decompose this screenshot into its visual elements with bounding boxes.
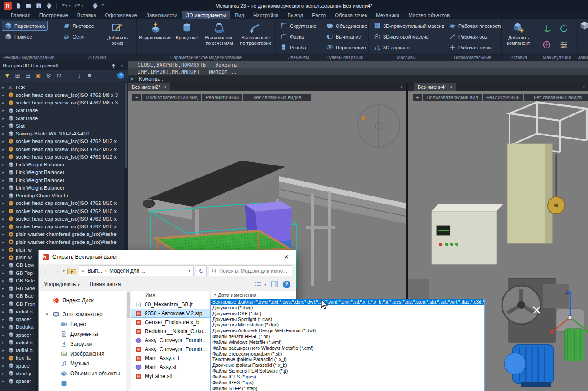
tree-item[interactable]: ▸Link Weight Balancer: [0, 169, 124, 176]
undo-icon[interactable]: [61, 2, 69, 10]
organize-button[interactable]: Упорядочить▾: [44, 281, 79, 287]
file-type-option[interactable]: Документы (*.dwg): [211, 305, 484, 311]
save-file-icon[interactable]: [35, 2, 43, 10]
expand-arrow-icon[interactable]: ▸: [2, 100, 6, 105]
file-row[interactable]: Assy_Conveyor_Foundr...: [131, 345, 211, 354]
expand-arrow-icon[interactable]: ▸: [2, 379, 6, 383]
sidebar-item-3[interactable]: Документы: [39, 329, 126, 339]
file-row[interactable]: Genset_Enclosure.x_b: [131, 318, 211, 327]
direct-mode-button[interactable]: Прямое: [2, 31, 48, 42]
expand-arrow-icon[interactable]: ▸: [2, 340, 6, 345]
union-button[interactable]: Объединение: [323, 21, 369, 31]
dialog-sidebar-scrollbar[interactable]: [126, 291, 131, 391]
expand-arrow-icon[interactable]: ▸: [2, 93, 6, 97]
undo-dropdown-icon[interactable]: ▾: [69, 4, 71, 8]
file-row[interactable]: Reduktor__Nikola_Cirko...: [131, 327, 211, 336]
screw-tool-icon[interactable]: ◉: [35, 72, 42, 79]
forward-icon[interactable]: →: [52, 268, 61, 274]
expand-arrow-icon[interactable]: ▸: [2, 85, 6, 90]
tree-item[interactable]: ▸socket head cap screw_iso(ISO 4762 M12 …: [0, 153, 124, 161]
tree-item[interactable]: ▸socket head cap screw_iso(ISO 4762 M8 x…: [0, 99, 124, 107]
ribbon-tab-7[interactable]: Настройки: [249, 11, 283, 19]
expand-arrow-icon[interactable]: ▸: [2, 217, 6, 221]
ribbon-tab-5[interactable]: 3D-инструменты: [182, 11, 230, 19]
sweep-button[interactable]: Вытягивание по траектории: [238, 21, 273, 53]
redo-dropdown-icon[interactable]: ▾: [82, 4, 83, 8]
file-type-option[interactable]: Документы Autodesk Design Web Format (*.…: [211, 328, 484, 334]
tab-list-dropdown-icon[interactable]: ▾: [397, 83, 406, 91]
add-sketch-button[interactable]: Добавить эскиз: [102, 21, 133, 53]
sidebar-item-1[interactable]: ▾Этот компьютер: [39, 309, 126, 319]
work-point-button[interactable]: Рабочая точка: [446, 42, 502, 52]
ribbon-tab-2[interactable]: Вставка: [73, 11, 101, 19]
filter-icon[interactable]: ▼: [4, 72, 11, 79]
tree-item[interactable]: ▸Slat Base: [0, 114, 124, 122]
scrollbar-thumb[interactable]: [125, 83, 127, 168]
expand-arrow-icon[interactable]: ▸: [2, 348, 6, 352]
sidebar-item-2[interactable]: Видео: [39, 319, 126, 329]
command-line[interactable]: CLOSE,ЗАКРЫТЬ,ПОКИНУТЬ - Закрыть IMP,IMP…: [128, 61, 588, 83]
linked-views-button[interactable]: — нет связанных видов —: [243, 94, 311, 101]
expand-arrow-icon[interactable]: ▸: [2, 147, 6, 152]
expander-icon[interactable]: ▾: [44, 312, 50, 317]
expand-arrow-icon[interactable]: ▸: [2, 124, 6, 128]
file-row[interactable]: 00_Mexanizm_SB.jt: [131, 300, 211, 309]
open-file-icon[interactable]: [24, 2, 32, 10]
gizmo-icon[interactable]: [542, 40, 552, 50]
file-type-option[interactable]: Двоичные файлы Parasolid (*.x_b): [211, 362, 484, 368]
move-up-icon[interactable]: ↑: [65, 72, 73, 79]
expand-arrow-icon[interactable]: ▸: [2, 108, 6, 113]
breadcrumb-segment[interactable]: Вып...: [87, 268, 102, 274]
expand-arrow-icon[interactable]: ▸: [2, 294, 6, 298]
view-mode-icon[interactable]: ▾: [254, 281, 266, 287]
expand-arrow-icon[interactable]: ▸: [2, 201, 6, 205]
ribbon-tab-9[interactable]: Растр: [307, 11, 330, 19]
tree-item[interactable]: ▸socket head cap screw_iso(ISO 4762 M10 …: [0, 200, 124, 207]
remove-part-icon[interactable]: ⊟: [24, 72, 31, 79]
tree-item[interactable]: ▸socket head cap screw_iso(ISO 4762 M12 …: [0, 138, 124, 145]
expand-arrow-icon[interactable]: ▸: [2, 248, 6, 252]
sidebar-item-6[interactable]: Музыка: [39, 359, 126, 369]
expand-arrow-icon[interactable]: ▸: [2, 116, 6, 121]
expand-arrow-icon[interactable]: ▸: [2, 263, 6, 267]
ribbon-tab-0[interactable]: Главная: [6, 11, 35, 19]
expand-arrow-icon[interactable]: ▸: [2, 186, 6, 190]
command-history-line[interactable]: IMP,IMPORT,ИМ,ИМПОРТ - Импорт...: [128, 68, 588, 75]
search-box[interactable]: Поиск в: Модели для импо...: [209, 265, 292, 276]
ribbon-tab-6[interactable]: Вид: [230, 11, 249, 19]
ribbon-tab-12[interactable]: Мастер объектов: [404, 11, 454, 19]
rotate-manipulator-icon[interactable]: [559, 24, 569, 34]
add-component-button[interactable]: Добавить компонент: [503, 21, 534, 53]
new-folder-button[interactable]: Новая папка: [89, 281, 121, 287]
view-name-button[interactable]: Пользовательский вид: [423, 94, 481, 101]
redo-icon[interactable]: [73, 2, 81, 10]
list-options-icon[interactable]: ≡: [86, 72, 93, 79]
help-icon[interactable]: ?: [283, 281, 290, 288]
move-down-icon[interactable]: ↓: [76, 72, 83, 79]
tree-item[interactable]: ▸Penutup Chain Mika Fr: [0, 192, 124, 200]
expand-arrow-icon[interactable]: ▸: [2, 240, 6, 244]
close-tab-icon[interactable]: ×: [164, 84, 166, 90]
chamfer-button[interactable]: Фаска: [277, 31, 319, 42]
file-type-option[interactable]: Файлы стереолитографии (*.stl): [211, 351, 484, 357]
file-row[interactable]: Main_Assy.stl: [131, 363, 211, 372]
mesh-button[interactable]: Сети: [60, 31, 101, 42]
linked-views-button[interactable]: — нет связанных видов —: [524, 94, 588, 101]
preview-pane-icon[interactable]: [271, 281, 278, 287]
expand-arrow-icon[interactable]: ▸: [2, 155, 6, 159]
add-part-icon[interactable]: ⊞: [14, 72, 21, 79]
expand-arrow-icon[interactable]: ▸: [2, 286, 6, 291]
file-type-option[interactable]: Файлы IGES (*.iges): [211, 374, 484, 380]
tree-item[interactable]: ▸Link Weight Balancer: [0, 176, 124, 184]
file-type-option[interactable]: Файлы Windows Metafile (*.wmf): [211, 339, 484, 345]
tree-item[interactable]: ▸socket head cap screw_iso(ISO 4762 M10 …: [0, 223, 124, 230]
circular-array-button[interactable]: 3D-круговой массив: [371, 31, 444, 42]
breadcrumb-current[interactable]: Модели для ...: [109, 268, 146, 274]
sheet-metal-button[interactable]: Листовое: [60, 21, 101, 31]
expand-arrow-icon[interactable]: ▸: [2, 170, 6, 174]
tree-item[interactable]: ▸Link Weight Balancer: [0, 184, 124, 191]
command-prompt[interactable]: Команда:: [139, 76, 164, 82]
document-tab[interactable]: Без имени2* ×: [128, 83, 170, 91]
sidebar-item-0[interactable]: Яндекс.Диск: [39, 295, 126, 305]
mirror-button[interactable]: 3D-зеркало: [371, 42, 444, 52]
